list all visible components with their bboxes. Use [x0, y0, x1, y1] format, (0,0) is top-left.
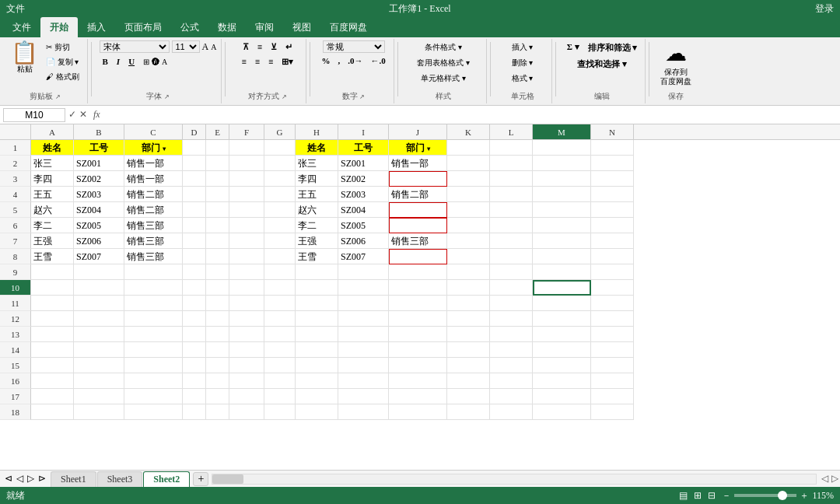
font-size-select[interactable]: 11 — [172, 40, 200, 53]
cell-K12[interactable] — [447, 311, 490, 327]
cell-F18[interactable] — [229, 404, 264, 420]
cell-N17[interactable] — [591, 389, 634, 404]
col-header-B[interactable]: B — [74, 124, 124, 139]
cell-C5[interactable]: 销售二部 — [124, 202, 183, 218]
cell-C7[interactable]: 销售三部 — [124, 233, 183, 249]
cell-I4[interactable]: SZ003 — [338, 187, 389, 202]
ribbon-tab-审阅[interactable]: 审阅 — [246, 17, 283, 37]
align-top-button[interactable]: ⊼ — [240, 40, 252, 54]
cell-C6[interactable]: 销售三部 — [124, 218, 183, 233]
h-scroll-thumb[interactable] — [212, 474, 243, 484]
row-num-16[interactable]: 16 — [0, 373, 31, 389]
cell-B14[interactable] — [74, 342, 124, 358]
cell-K15[interactable] — [447, 358, 490, 373]
horizontal-scrollbar[interactable] — [212, 474, 817, 485]
bold-button[interactable]: B — [100, 55, 111, 68]
italic-button[interactable]: I — [114, 55, 123, 68]
cell-L10[interactable] — [490, 280, 533, 296]
cell-N7[interactable] — [591, 233, 634, 249]
cell-J2[interactable]: 销售一部 — [389, 156, 447, 171]
cell-B18[interactable] — [74, 404, 124, 420]
cell-D4[interactable] — [183, 187, 206, 202]
cell-I7[interactable]: SZ006 — [338, 233, 389, 249]
align-right-button[interactable]: ≡ — [265, 55, 276, 68]
h-scroll-left[interactable]: ◁ — [820, 473, 830, 485]
col-header-F[interactable]: F — [229, 124, 264, 139]
row-num-12[interactable]: 12 — [0, 311, 31, 327]
col-header-I[interactable]: I — [338, 124, 389, 139]
cell-E10[interactable] — [206, 280, 229, 296]
cell-K18[interactable] — [447, 404, 490, 420]
formula-check-icon[interactable]: ✓ — [68, 109, 76, 121]
cell-N13[interactable] — [591, 327, 634, 342]
cell-C10[interactable] — [124, 280, 183, 296]
cell-F9[interactable] — [229, 264, 264, 280]
cell-E13[interactable] — [206, 327, 229, 342]
cell-I5[interactable]: SZ004 — [338, 202, 389, 218]
cell-G8[interactable] — [264, 249, 296, 264]
row-num-13[interactable]: 13 — [0, 327, 31, 342]
decrease-font-button[interactable]: A — [211, 43, 216, 51]
cell-D14[interactable] — [183, 342, 206, 358]
cell-G11[interactable] — [264, 296, 296, 311]
find-button[interactable]: 查找和选择 ▾ — [574, 57, 630, 72]
cell-D3[interactable] — [183, 171, 206, 187]
cell-I13[interactable] — [338, 327, 389, 342]
cell-L4[interactable] — [490, 187, 533, 202]
sheet-tab-Sheet1[interactable]: Sheet1 — [51, 471, 96, 487]
ribbon-tab-百度网盘[interactable]: 百度网盘 — [320, 17, 376, 37]
cell-C17[interactable] — [124, 389, 183, 404]
cell-D18[interactable] — [183, 404, 206, 420]
cell-F5[interactable] — [229, 202, 264, 218]
cell-N1[interactable] — [591, 140, 634, 156]
font-name-select[interactable]: 宋体 — [100, 40, 170, 53]
cell-I9[interactable] — [338, 264, 389, 280]
cell-reference-input[interactable] — [3, 108, 65, 122]
cell-F6[interactable] — [229, 218, 264, 233]
cell-F1[interactable] — [229, 140, 264, 156]
cell-C11[interactable] — [124, 296, 183, 311]
cell-B10[interactable] — [74, 280, 124, 296]
cell-M18[interactable] — [533, 404, 591, 420]
cell-I16[interactable] — [338, 373, 389, 389]
cell-L11[interactable] — [490, 296, 533, 311]
cell-H6[interactable]: 李二 — [296, 218, 338, 233]
cell-A1[interactable]: 姓名 — [31, 140, 74, 156]
cell-I15[interactable] — [338, 358, 389, 373]
col-header-H[interactable]: H — [296, 124, 338, 139]
col-header-A[interactable]: A — [31, 124, 74, 139]
cell-L6[interactable] — [490, 218, 533, 233]
cell-B13[interactable] — [74, 327, 124, 342]
cell-I8[interactable]: SZ007 — [338, 249, 389, 264]
formula-input[interactable] — [107, 108, 837, 121]
cell-H11[interactable] — [296, 296, 338, 311]
cell-H16[interactable] — [296, 373, 338, 389]
zoom-slider[interactable] — [734, 494, 796, 497]
cell-B5[interactable]: SZ004 — [74, 202, 124, 218]
cell-C14[interactable] — [124, 342, 183, 358]
cell-H14[interactable] — [296, 342, 338, 358]
cell-K11[interactable] — [447, 296, 490, 311]
cell-K3[interactable] — [447, 171, 490, 187]
row-num-17[interactable]: 17 — [0, 389, 31, 404]
cell-F3[interactable] — [229, 171, 264, 187]
cell-L16[interactable] — [490, 373, 533, 389]
cell-K5[interactable] — [447, 202, 490, 218]
cell-G3[interactable] — [264, 171, 296, 187]
cell-F13[interactable] — [229, 327, 264, 342]
cell-L1[interactable] — [490, 140, 533, 156]
align-middle-button[interactable]: ≡ — [254, 40, 265, 54]
cell-B8[interactable]: SZ007 — [74, 249, 124, 264]
cell-N2[interactable] — [591, 156, 634, 171]
cell-E11[interactable] — [206, 296, 229, 311]
cell-C15[interactable] — [124, 358, 183, 373]
cell-C8[interactable]: 销售三部 — [124, 249, 183, 264]
cell-K6[interactable] — [447, 218, 490, 233]
cell-D16[interactable] — [183, 373, 206, 389]
cell-M7[interactable] — [533, 233, 591, 249]
cell-E12[interactable] — [206, 311, 229, 327]
zoom-in-button[interactable]: ＋ — [800, 489, 809, 502]
cell-B4[interactable]: SZ003 — [74, 187, 124, 202]
cell-K8[interactable] — [447, 249, 490, 264]
align-bottom-button[interactable]: ⊻ — [268, 40, 280, 54]
